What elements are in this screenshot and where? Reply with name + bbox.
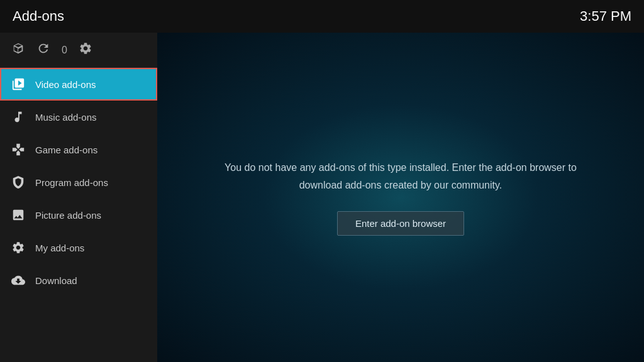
sidebar-item-label-picture: Picture add-ons (35, 210, 101, 221)
sidebar-item-label-download: Download (35, 275, 77, 286)
sidebar-nav: Video add-ons Music add-ons Game a (0, 68, 157, 362)
sidebar: 0 Video add-ons (0, 33, 157, 362)
sidebar-item-game-addons[interactable]: Game add-ons (0, 133, 157, 166)
picture-icon (10, 207, 26, 223)
sidebar-item-label-program: Program add-ons (35, 177, 108, 188)
content-area: You do not have any add-ons of this type… (157, 33, 644, 362)
sidebar-toolbar: 0 (0, 33, 157, 68)
myaddons-icon (10, 239, 26, 256)
settings-icon[interactable] (79, 41, 92, 58)
game-icon (10, 141, 26, 158)
refresh-icon[interactable] (36, 41, 50, 58)
sidebar-item-my-addons[interactable]: My add-ons (0, 231, 157, 264)
music-icon (10, 109, 26, 125)
sidebar-item-picture-addons[interactable]: Picture add-ons (0, 199, 157, 231)
sidebar-item-video-addons[interactable]: Video add-ons (0, 68, 157, 101)
download-icon (10, 272, 26, 288)
main-layout: 0 Video add-ons (0, 33, 644, 362)
video-icon (10, 76, 26, 92)
program-icon (10, 174, 26, 190)
sidebar-item-label-myaddons: My add-ons (35, 243, 84, 253)
sidebar-item-music-addons[interactable]: Music add-ons (0, 101, 157, 133)
sidebar-item-program-addons[interactable]: Program add-ons (0, 166, 157, 199)
sidebar-item-label-video: Video add-ons (35, 79, 96, 90)
page-title: Add-ons (13, 8, 64, 25)
sidebar-item-label-game: Game add-ons (35, 145, 97, 155)
sidebar-item-label-music: Music add-ons (35, 112, 97, 123)
app-header: Add-ons 3:57 PM (0, 0, 644, 33)
update-count: 0 (62, 45, 67, 56)
empty-message: You do not have any add-ons of this type… (218, 159, 583, 193)
clock-display: 3:57 PM (580, 8, 631, 25)
sidebar-item-download[interactable]: Download (0, 264, 157, 297)
package-icon[interactable] (11, 41, 25, 58)
enter-addon-browser-button[interactable]: Enter add-on browser (337, 211, 464, 236)
